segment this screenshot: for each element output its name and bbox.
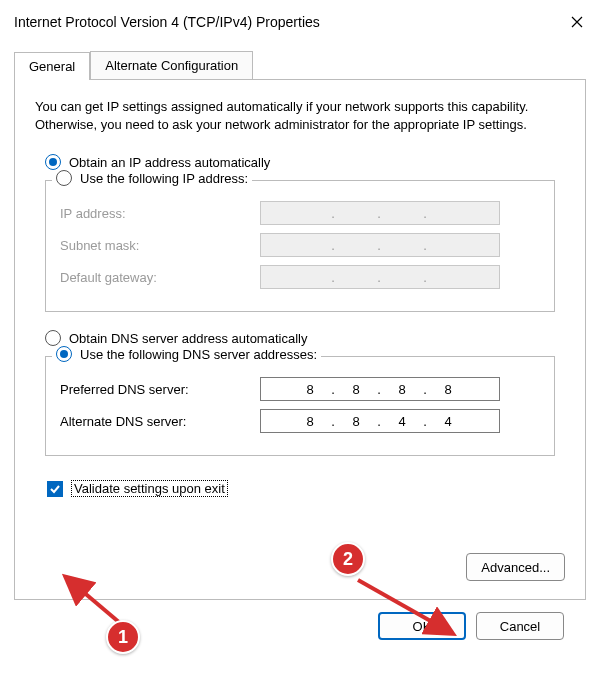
radio-icon — [56, 170, 72, 186]
label: Alternate DNS server: — [60, 414, 260, 429]
field-alternate-dns: Alternate DNS server: 8. 8. 4. 4 — [60, 409, 540, 433]
radio-icon — [56, 346, 72, 362]
cancel-button[interactable]: Cancel — [476, 612, 564, 640]
intro-text: You can get IP settings assigned automat… — [35, 98, 565, 134]
label: Preferred DNS server: — [60, 382, 260, 397]
radio-use-following-dns[interactable]: Use the following DNS server addresses: — [52, 346, 321, 362]
group-dns-manual: Use the following DNS server addresses: … — [45, 356, 555, 456]
button-label: Cancel — [500, 619, 540, 634]
window-body: General Alternate Configuration You can … — [0, 44, 600, 654]
svg-line-0 — [68, 579, 120, 623]
group-ip-manual: Use the following IP address: IP address… — [45, 180, 555, 312]
checkmark-icon — [49, 483, 61, 495]
label: IP address: — [60, 206, 260, 221]
radio-label: Obtain DNS server address automatically — [69, 331, 307, 346]
field-preferred-dns: Preferred DNS server: 8. 8. 8. 8 — [60, 377, 540, 401]
field-ip-address: IP address: ... — [60, 201, 540, 225]
radio-icon — [45, 154, 61, 170]
octet: 4 — [429, 414, 469, 429]
label: Default gateway: — [60, 270, 260, 285]
radio-label: Use the following IP address: — [80, 171, 248, 186]
radio-obtain-ip-auto[interactable]: Obtain an IP address automatically — [45, 154, 565, 170]
radio-obtain-dns-auto[interactable]: Obtain DNS server address automatically — [45, 330, 565, 346]
annotation-badge-2: 2 — [331, 542, 365, 576]
tab-alternate-configuration[interactable]: Alternate Configuration — [90, 51, 253, 79]
octet: 8 — [337, 382, 377, 397]
advanced-button[interactable]: Advanced... — [466, 553, 565, 581]
octet: 4 — [383, 414, 423, 429]
close-button[interactable] — [554, 0, 600, 44]
tab-strip: General Alternate Configuration — [14, 52, 586, 80]
close-icon — [571, 16, 583, 28]
checkbox-validate-settings[interactable]: Validate settings upon exit — [47, 480, 565, 497]
field-default-gateway: Default gateway: ... — [60, 265, 540, 289]
checkbox-label: Validate settings upon exit — [71, 480, 228, 497]
label: Subnet mask: — [60, 238, 260, 253]
window-title: Internet Protocol Version 4 (TCP/IPv4) P… — [14, 14, 554, 30]
octet: 8 — [337, 414, 377, 429]
tab-general-label: General — [29, 59, 75, 74]
field-subnet-mask: Subnet mask: ... — [60, 233, 540, 257]
alternate-dns-input[interactable]: 8. 8. 4. 4 — [260, 409, 500, 433]
radio-label: Use the following DNS server addresses: — [80, 347, 317, 362]
ip-address-input: ... — [260, 201, 500, 225]
radio-icon — [45, 330, 61, 346]
preferred-dns-input[interactable]: 8. 8. 8. 8 — [260, 377, 500, 401]
octet: 8 — [429, 382, 469, 397]
checkbox-icon — [47, 481, 63, 497]
radio-use-following-ip[interactable]: Use the following IP address: — [52, 170, 252, 186]
octet: 8 — [291, 414, 331, 429]
button-label: Advanced... — [481, 560, 550, 575]
tab-alternate-label: Alternate Configuration — [105, 58, 238, 73]
octet: 8 — [383, 382, 423, 397]
default-gateway-input: ... — [260, 265, 500, 289]
tab-general[interactable]: General — [14, 52, 90, 80]
annotation-arrow-2 — [350, 574, 470, 644]
annotation-badge-1: 1 — [106, 620, 140, 654]
title-bar: Internet Protocol Version 4 (TCP/IPv4) P… — [0, 0, 600, 44]
octet: 8 — [291, 382, 331, 397]
tab-panel-general: You can get IP settings assigned automat… — [14, 80, 586, 600]
radio-label: Obtain an IP address automatically — [69, 155, 270, 170]
svg-line-1 — [358, 580, 450, 632]
subnet-mask-input: ... — [260, 233, 500, 257]
